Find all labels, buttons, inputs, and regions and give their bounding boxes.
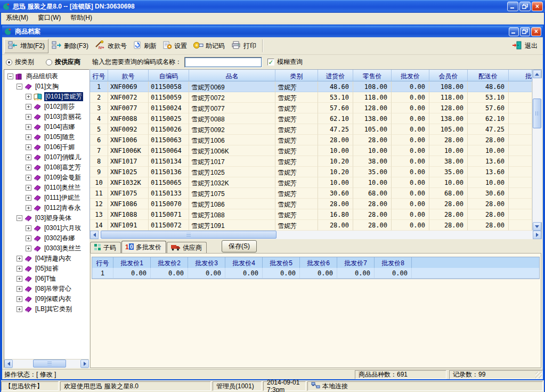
tree-expand-plus-icon[interactable] bbox=[26, 195, 31, 201]
tree-expand-minus-icon[interactable] bbox=[7, 74, 13, 79]
table-row[interactable]: 5XNF009201150026雪妮芳0092雪妮芳47.25105.000.0… bbox=[90, 124, 532, 135]
column-header[interactable]: 批发价1 bbox=[509, 70, 532, 81]
tree-item[interactable]: [03]塑身美体 bbox=[5, 213, 89, 223]
radio-by-category-label[interactable]: 按类别 bbox=[15, 58, 34, 67]
tree-item-label[interactable]: [08]吊带背心 bbox=[34, 284, 72, 293]
tree-item-label[interactable]: [05]短裤 bbox=[34, 264, 60, 273]
tree-expand-minus-icon[interactable] bbox=[17, 84, 22, 89]
tree-expand-plus-icon[interactable] bbox=[26, 144, 31, 150]
print-button[interactable]: 打印 bbox=[228, 39, 259, 53]
column-header[interactable]: 类别 bbox=[275, 70, 318, 81]
tree-expand-plus-icon[interactable] bbox=[17, 296, 22, 302]
tree-item[interactable]: [0101]雪妮芳 bbox=[5, 92, 89, 102]
tree-item-label[interactable]: [0106]千媚 bbox=[43, 143, 76, 152]
column-header[interactable]: 零售价 bbox=[353, 70, 392, 81]
table-row[interactable]: 4XNF008801150025雪妮芳0088雪妮芳62.10138.000.0… bbox=[90, 113, 532, 124]
tree-expand-plus-icon[interactable] bbox=[26, 154, 31, 160]
column-header[interactable]: 会员价 bbox=[429, 70, 468, 81]
column-header[interactable]: 款号 bbox=[108, 70, 149, 81]
table-row[interactable]: 10XNF1032K01150065雪妮芳1032K雪妮芳10.0010.000… bbox=[90, 177, 532, 188]
tree-item-label[interactable]: [0102]雨莎 bbox=[43, 102, 76, 111]
subtable-column-header[interactable]: 批发价2 bbox=[151, 257, 188, 268]
tree-item[interactable]: [08]吊带背心 bbox=[5, 284, 89, 294]
tree-item-label[interactable]: [04]情趣内衣 bbox=[34, 254, 72, 263]
tree-scroll-left-button[interactable] bbox=[4, 360, 13, 368]
tree-scroll-right-button[interactable] bbox=[80, 360, 89, 368]
edit-button[interactable]: IV+改款号 bbox=[92, 39, 130, 53]
table-row[interactable]: 8XNF101701150134雪妮芳1017雪妮芳10.2038.000.00… bbox=[90, 156, 532, 167]
tree-item-label[interactable]: [03]塑身美体 bbox=[34, 214, 72, 223]
tree-item[interactable]: [05]短裤 bbox=[5, 264, 89, 274]
subtable-column-header[interactable]: 批发价6 bbox=[300, 257, 337, 268]
tree-item[interactable]: [0103]贵丽花 bbox=[5, 112, 89, 122]
tree-expand-plus-icon[interactable] bbox=[17, 276, 22, 282]
table-row[interactable]: 9XNF102501150136雪妮芳1025雪妮芳10.2035.000.00… bbox=[90, 167, 532, 177]
tree-item-label[interactable]: [01]文胸 bbox=[34, 82, 60, 91]
tree-item[interactable]: [01]文胸 bbox=[5, 81, 89, 92]
child-minimize-button[interactable] bbox=[509, 27, 519, 36]
subtable-column-header[interactable]: 批发价4 bbox=[225, 257, 263, 268]
tree-item-label[interactable]: [0104]吉娜 bbox=[43, 123, 76, 132]
tree-item[interactable]: [0107]俏蝶儿 bbox=[5, 152, 89, 162]
table-hscroll-thumb[interactable] bbox=[101, 231, 276, 239]
save-button[interactable]: 保存(S) bbox=[222, 240, 257, 252]
restore-button[interactable] bbox=[519, 2, 531, 11]
tree-expand-plus-icon[interactable] bbox=[26, 205, 31, 211]
table-row[interactable]: 2XNF007201150059雪妮芳0072雪妮芳53.10118.000.0… bbox=[90, 92, 532, 103]
tree-item[interactable]: [0106]千媚 bbox=[5, 142, 89, 152]
table-row[interactable]: 14XNF109101150072雪妮芳1091雪妮芳28.0028.000.0… bbox=[90, 220, 532, 231]
child-close-button[interactable]: × bbox=[531, 27, 541, 36]
del-button[interactable]: 删除(F3) bbox=[48, 39, 92, 53]
radio-by-supplier-label[interactable]: 按供应商 bbox=[55, 58, 80, 67]
subtable-column-header[interactable]: 批发价3 bbox=[188, 257, 225, 268]
tree-item[interactable]: [0104]吉娜 bbox=[5, 122, 89, 132]
radio-by-supplier[interactable] bbox=[46, 59, 52, 66]
tree-item-label[interactable]: [0103]贵丽花 bbox=[43, 112, 82, 121]
table-scroll-right-button[interactable] bbox=[533, 231, 541, 239]
tree-item-label[interactable]: [0111]伊妮兰 bbox=[43, 193, 82, 202]
menu-item-0[interactable]: 系统(M) bbox=[1, 12, 33, 23]
table-vertical-scrollbar[interactable] bbox=[532, 70, 541, 231]
tree-item[interactable]: [04]情趣内衣 bbox=[5, 254, 89, 264]
tree-expand-plus-icon[interactable] bbox=[26, 246, 31, 251]
table-scroll-down-button[interactable] bbox=[533, 222, 541, 231]
column-header[interactable]: 品名 bbox=[189, 70, 275, 81]
tree-item-label[interactable]: [0302]春娜 bbox=[43, 234, 76, 243]
tree-item[interactable]: [0303]奥丝兰 bbox=[5, 243, 89, 254]
tree-scroll-thumb[interactable] bbox=[33, 360, 66, 368]
tree-horizontal-scrollbar[interactable] bbox=[4, 359, 89, 368]
tree-item-label[interactable]: [0108]嘉芝芳 bbox=[43, 163, 82, 172]
radio-by-category[interactable] bbox=[6, 59, 12, 66]
tree-expand-plus-icon[interactable] bbox=[26, 235, 31, 241]
table-row[interactable]: 1XNF006901150058雪妮芳0069雪妮芳48.60108.000.0… bbox=[90, 81, 532, 92]
menu-item-2[interactable]: 帮助(H) bbox=[66, 12, 97, 23]
tree-item-label[interactable]: [0110]奥丝兰 bbox=[43, 183, 82, 192]
tree-item[interactable]: 商品组织表 bbox=[5, 71, 89, 81]
table-scroll-up-button[interactable] bbox=[533, 70, 541, 78]
tree-item[interactable]: [0111]伊妮兰 bbox=[5, 193, 89, 203]
tab-multi-wholesale[interactable]: 10多批发价 bbox=[121, 241, 166, 253]
tab-supplier[interactable]: 供应商 bbox=[167, 242, 207, 253]
tree-item[interactable]: [0109]金曼新 bbox=[5, 173, 89, 183]
column-header[interactable]: 自编码 bbox=[149, 70, 189, 81]
menu-item-1[interactable]: 窗口(W) bbox=[33, 12, 66, 23]
tree-item-label[interactable]: [0303]奥丝兰 bbox=[43, 244, 82, 253]
fuzzy-query-checkbox[interactable]: ✓ bbox=[267, 59, 274, 66]
search-input[interactable] bbox=[184, 57, 262, 68]
column-header[interactable]: 行号 bbox=[90, 70, 108, 81]
tab-subcode[interactable]: 子码 bbox=[90, 242, 121, 253]
column-header[interactable]: 配送价 bbox=[468, 70, 509, 81]
tree-item[interactable]: [0301]六月玫 bbox=[5, 223, 89, 233]
tree-item-label[interactable]: [LB]其它类别 bbox=[34, 305, 73, 314]
tree-expand-plus-icon[interactable] bbox=[26, 225, 31, 231]
settings-button[interactable]: 设置 bbox=[160, 39, 190, 53]
tree-item[interactable]: [0302]春娜 bbox=[5, 233, 89, 243]
tree-expand-plus-icon[interactable] bbox=[26, 104, 31, 110]
subtable-column-header[interactable]: 批发价1 bbox=[113, 257, 151, 268]
tree-item-label[interactable]: [0112]青春永 bbox=[43, 203, 82, 213]
tree-item[interactable]: [06]T恤 bbox=[5, 274, 89, 284]
tree-item-label[interactable]: 商品组织表 bbox=[25, 72, 59, 81]
tree-item[interactable]: [0102]雨莎 bbox=[5, 102, 89, 112]
close-button[interactable]: × bbox=[532, 2, 543, 11]
table-vscroll-thumb[interactable] bbox=[533, 99, 541, 128]
